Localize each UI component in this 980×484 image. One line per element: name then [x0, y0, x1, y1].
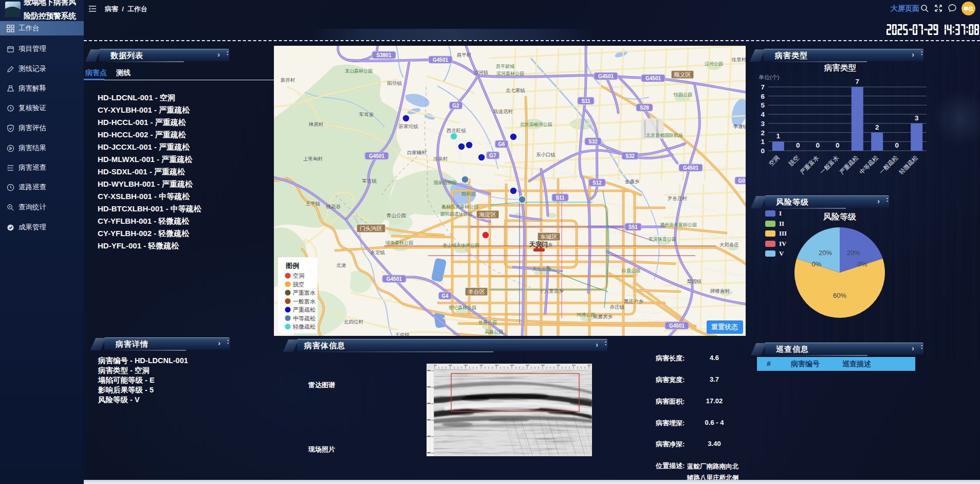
- svg-text:G01: G01: [738, 178, 746, 184]
- svg-text:龙山森林公园: 龙山森林公园: [345, 68, 373, 74]
- svg-text:中等疏松: 中等疏松: [858, 154, 879, 175]
- svg-text:G6: G6: [498, 141, 505, 147]
- svg-text:高鑫公园: 高鑫公园: [485, 329, 503, 334]
- svg-text:苏家坨镇: 苏家坨镇: [398, 123, 418, 129]
- svg-text:绿海森林公园: 绿海森林公园: [385, 240, 413, 245]
- svg-text:西北旺镇: 西北旺镇: [447, 128, 466, 133]
- svg-text:门头沟区: 门头沟区: [360, 225, 382, 231]
- svg-text:新开村: 新开村: [281, 77, 295, 83]
- svg-text:南磨房乡: 南磨房乡: [593, 314, 613, 319]
- svg-text:顺义区: 顺义区: [674, 71, 691, 78]
- svg-text:0: 0: [796, 141, 800, 149]
- svg-text:北七家镇: 北七家镇: [506, 87, 525, 93]
- svg-text:6: 6: [761, 93, 765, 100]
- svg-text:一般富水: 一般富水: [819, 154, 840, 175]
- svg-text:奥林匹克森林公园: 奥林匹克森林公园: [441, 204, 478, 209]
- svg-text:李遂镇: 李遂镇: [733, 123, 746, 129]
- svg-text:北京温榆河公园: 北京温榆河公园: [520, 122, 552, 127]
- svg-text:北港: 北港: [337, 262, 347, 268]
- svg-text:东城区: 东城区: [541, 234, 558, 240]
- svg-text:严重疏松: 严重疏松: [839, 154, 860, 175]
- svg-text:60%: 60%: [833, 292, 846, 299]
- svg-text:1: 1: [761, 138, 765, 146]
- svg-text:一般疏松: 一般疏松: [878, 154, 899, 175]
- svg-text:2: 2: [761, 129, 765, 137]
- svg-text:3: 3: [761, 120, 765, 128]
- svg-text:2: 2: [875, 123, 879, 131]
- svg-text:严重富水: 严重富水: [799, 154, 820, 175]
- svg-text:0: 0: [836, 141, 840, 149]
- svg-text:G4501: G4501: [598, 74, 614, 79]
- svg-text:G4501: G4501: [645, 76, 661, 81]
- svg-text:北四位村: 北四位村: [344, 319, 364, 325]
- svg-text:4: 4: [761, 111, 765, 118]
- svg-text:G4501: G4501: [683, 165, 698, 171]
- svg-text:S11: S11: [556, 195, 565, 201]
- svg-text:20%: 20%: [847, 249, 860, 257]
- svg-text:图例: 图例: [286, 262, 299, 270]
- svg-text:S11: S11: [581, 98, 590, 104]
- svg-text:7: 7: [855, 78, 859, 85]
- svg-text:单位(个): 单位(个): [759, 74, 779, 80]
- svg-text:天安门: 天安门: [529, 241, 548, 248]
- svg-text:车耳营: 车耳营: [359, 112, 374, 117]
- svg-text:G4501: G4501: [433, 57, 448, 63]
- svg-text:轻微疏松: 轻微疏松: [897, 154, 919, 176]
- svg-text:马连店村: 马连店村: [493, 109, 513, 114]
- svg-text:轻微疏松: 轻微疏松: [293, 324, 316, 330]
- svg-text:青山公园: 青山公园: [386, 212, 406, 218]
- svg-text:S32: S32: [588, 139, 598, 145]
- svg-text:病害类型: 病害类型: [824, 63, 857, 72]
- svg-text:军庄镇: 军庄镇: [362, 178, 377, 184]
- svg-text:1: 1: [776, 132, 780, 140]
- svg-text:东小口镇: 东小口镇: [536, 152, 556, 157]
- svg-text:滨河森林公园: 滨河森林公园: [496, 71, 524, 76]
- svg-text:脱空: 脱空: [293, 281, 304, 288]
- svg-text:阳坊镇: 阳坊镇: [387, 80, 402, 86]
- svg-text:鸿博公园: 鸿博公园: [577, 312, 595, 317]
- svg-text:白鹿公园: 白鹿公园: [622, 268, 640, 273]
- svg-text:0: 0: [895, 141, 899, 149]
- svg-text:尹各庄村: 尹各庄村: [668, 195, 688, 201]
- svg-text:脱空: 脱空: [787, 154, 800, 167]
- svg-text:昌平村: 昌平村: [457, 52, 472, 58]
- svg-text:通州商务富锦公园: 通州商务富锦公园: [660, 222, 697, 227]
- svg-text:空洞: 空洞: [293, 273, 304, 279]
- svg-text:世界公园: 世界公园: [478, 320, 497, 325]
- svg-text:王平镇: 王平镇: [306, 201, 321, 206]
- svg-text:常营体育公园: 常营体育公园: [649, 237, 676, 242]
- svg-text:S12: S12: [593, 180, 602, 186]
- svg-text:世纪森林公园: 世纪森林公园: [449, 305, 476, 310]
- svg-text:十八里店乡: 十八里店乡: [539, 288, 564, 294]
- svg-text:3: 3: [915, 114, 919, 122]
- svg-text:G4501: G4501: [369, 153, 384, 159]
- svg-text:汉河公园: 汉河公园: [705, 61, 723, 66]
- svg-text:空洞: 空洞: [768, 154, 781, 167]
- svg-text:中等疏松: 中等疏松: [293, 315, 316, 321]
- svg-text:G4501: G4501: [669, 323, 685, 329]
- svg-text:重置状态: 重置状态: [711, 323, 738, 331]
- svg-text:0: 0: [761, 147, 765, 155]
- svg-text:7: 7: [761, 83, 765, 91]
- svg-text:G2: G2: [452, 103, 459, 109]
- svg-text:沙河镇: 沙河镇: [474, 69, 489, 75]
- svg-text:G4501: G4501: [386, 276, 402, 282]
- svg-text:0%: 0%: [858, 260, 867, 268]
- svg-text:金盏乡: 金盏乡: [625, 178, 640, 184]
- svg-text:桃花谷: 桃花谷: [326, 204, 341, 209]
- svg-text:S32: S32: [625, 153, 635, 159]
- svg-text:牌楼营村: 牌楼营村: [710, 288, 730, 294]
- svg-text:S28: S28: [640, 105, 649, 111]
- svg-text:圆明园遗址公园: 圆明园遗址公园: [440, 211, 473, 217]
- svg-text:王佐镇: 王佐镇: [395, 332, 410, 336]
- svg-text:亦庄镇: 亦庄镇: [610, 304, 625, 310]
- svg-text:北京首都国际机场: 北京首都国际机场: [646, 133, 683, 138]
- svg-text:20%: 20%: [819, 249, 832, 257]
- svg-text:国家植物园: 国家植物园: [434, 180, 457, 185]
- svg-text:严重疏松: 严重疏松: [293, 307, 316, 313]
- svg-text:怡园公园: 怡园公园: [673, 92, 692, 97]
- svg-text:老山城市休闲公园: 老山城市休闲公园: [442, 243, 479, 248]
- svg-text:禅房村: 禅房村: [308, 121, 324, 127]
- svg-text:S3801: S3801: [377, 52, 392, 58]
- svg-text:上苇甸村: 上苇甸村: [303, 156, 323, 162]
